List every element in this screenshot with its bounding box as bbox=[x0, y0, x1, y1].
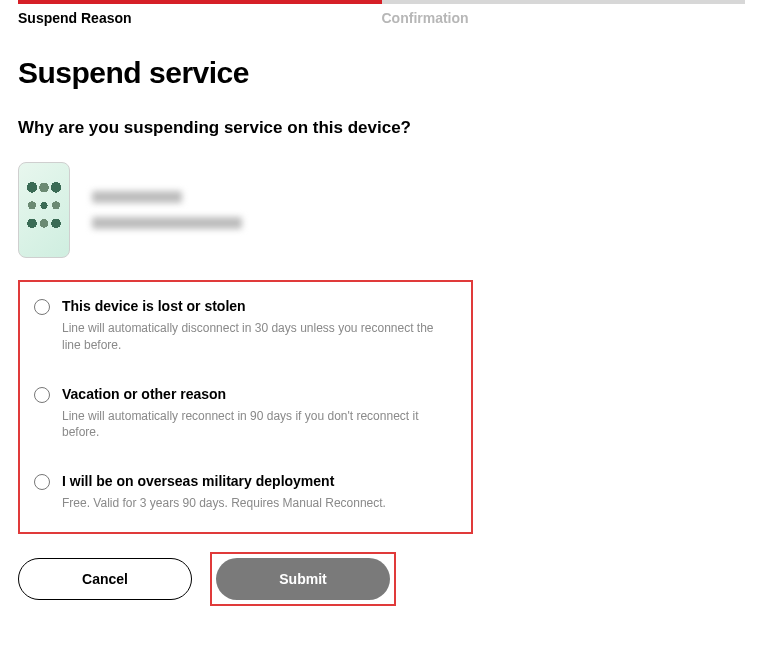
action-buttons: Cancel Submit bbox=[18, 552, 745, 606]
submit-button[interactable]: Submit bbox=[216, 558, 390, 600]
suspend-reason-options: This device is lost or stolen Line will … bbox=[18, 280, 473, 534]
radio-icon[interactable] bbox=[34, 299, 50, 315]
option-label: This device is lost or stolen bbox=[62, 298, 453, 314]
option-desc: Line will automatically disconnect in 30… bbox=[62, 320, 453, 354]
option-lost-stolen[interactable]: This device is lost or stolen Line will … bbox=[34, 298, 453, 354]
device-info bbox=[92, 191, 242, 229]
option-military[interactable]: I will be on overseas military deploymen… bbox=[34, 473, 453, 512]
page-subtitle: Why are you suspending service on this d… bbox=[18, 118, 745, 138]
radio-icon[interactable] bbox=[34, 474, 50, 490]
option-desc: Line will automatically reconnect in 90 … bbox=[62, 408, 453, 442]
device-summary bbox=[18, 162, 745, 258]
option-desc: Free. Valid for 3 years 90 days. Require… bbox=[62, 495, 453, 512]
radio-icon[interactable] bbox=[34, 387, 50, 403]
device-image bbox=[18, 162, 70, 258]
page-title: Suspend service bbox=[18, 56, 745, 90]
option-vacation[interactable]: Vacation or other reason Line will autom… bbox=[34, 386, 453, 442]
step-confirmation: Confirmation bbox=[382, 0, 746, 28]
submit-highlight: Submit bbox=[210, 552, 396, 606]
progress-stepper: Suspend Reason Confirmation bbox=[0, 0, 763, 28]
option-label: I will be on overseas military deploymen… bbox=[62, 473, 453, 489]
cancel-button[interactable]: Cancel bbox=[18, 558, 192, 600]
device-number-redacted bbox=[92, 217, 242, 229]
step-suspend-reason: Suspend Reason bbox=[18, 0, 382, 28]
device-name-redacted bbox=[92, 191, 182, 203]
option-label: Vacation or other reason bbox=[62, 386, 453, 402]
